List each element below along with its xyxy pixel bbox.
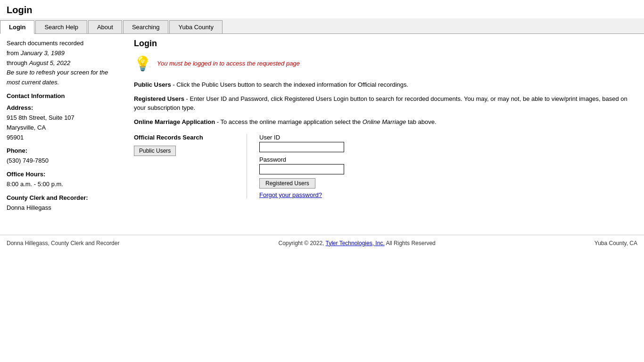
- online-marriage-desc-text2: tab above.: [406, 118, 436, 125]
- registered-users-desc-text: - Enter User ID and Password, click Regi…: [134, 95, 627, 112]
- login-form-area: Official Records Search Public Users Use…: [134, 134, 637, 198]
- address-line1: 915 8th Street, Suite 107: [7, 114, 74, 121]
- address-line2: Marysville, CA: [7, 124, 46, 131]
- footer-right: Yuba County, CA: [594, 240, 637, 247]
- public-section: Official Records Search Public Users: [134, 134, 247, 198]
- footer-center: Copyright © 2022, Tyler Technologies, In…: [279, 240, 436, 247]
- phone-number: (530) 749-7850: [7, 156, 121, 166]
- online-marriage-desc-text1: - To access the online marriage applicat…: [215, 118, 363, 125]
- date-end: August 5, 2022: [29, 59, 70, 66]
- date-start: January 3, 1989: [21, 49, 65, 57]
- footer: Donna Hillegass, County Clerk and Record…: [0, 235, 644, 251]
- forgot-password-link[interactable]: Forgot your password?: [259, 191, 322, 198]
- date-info-from-prefix: from: [7, 49, 21, 57]
- online-marriage-link: Online Marriage: [363, 118, 406, 125]
- address-label: Address:: [7, 104, 121, 111]
- date-info-line1: Search documents recorded: [7, 40, 83, 47]
- password-input[interactable]: [259, 164, 344, 174]
- date-info: Search documents recorded from January 3…: [7, 39, 121, 88]
- phone-label: Phone:: [7, 147, 121, 154]
- online-marriage-desc: Online Marriage Application - To access …: [134, 117, 637, 127]
- sidebar: Search documents recorded from January 3…: [0, 39, 127, 216]
- user-id-input[interactable]: [259, 142, 344, 152]
- lightbulb-icon: 💡: [134, 55, 151, 72]
- tab-search-help[interactable]: Search Help: [35, 20, 87, 33]
- county-clerk-label: County Clerk and Recorder:: [7, 194, 121, 201]
- public-users-desc-text: - Click the Public Users button to searc…: [171, 81, 408, 88]
- public-section-heading: Official Records Search: [134, 134, 237, 141]
- content-area: Login 💡 You must be logged in to access …: [127, 39, 644, 216]
- date-info-through-prefix: through: [7, 59, 29, 66]
- user-id-label: User ID: [259, 134, 344, 141]
- address-line3: 95901: [7, 134, 24, 141]
- footer-center-suffix: All Rights Reserved: [385, 240, 436, 247]
- office-hours-label: Office Hours:: [7, 171, 121, 178]
- date-info-refresh: Be sure to refresh your screen for the m…: [7, 69, 108, 86]
- registered-users-button[interactable]: Registered Users: [259, 178, 315, 189]
- main-layout: Search documents recorded from January 3…: [0, 34, 644, 216]
- office-hours: 8:00 a.m. - 5:00 p.m.: [7, 180, 121, 189]
- public-users-button[interactable]: Public Users: [134, 146, 176, 156]
- footer-center-prefix: Copyright © 2022,: [279, 240, 326, 247]
- tab-searching[interactable]: Searching: [123, 20, 169, 33]
- registered-users-desc: Registered Users - Enter User ID and Pas…: [134, 94, 637, 113]
- online-marriage-label: Online Marriage Application: [134, 118, 215, 125]
- tab-yuba-county[interactable]: Yuba County: [169, 20, 222, 33]
- address-content: 915 8th Street, Suite 107 Marysville, CA…: [7, 113, 121, 142]
- content-heading: Login: [134, 39, 637, 49]
- tab-about[interactable]: About: [88, 20, 122, 33]
- contact-header: Contact Information: [7, 92, 121, 99]
- nav-tabs: Login Search Help About Searching Yuba C…: [0, 18, 644, 34]
- public-users-label: Public Users: [134, 81, 171, 88]
- public-users-desc: Public Users - Click the Public Users bu…: [134, 80, 637, 90]
- registered-section: User ID Password Registered Users Forgot…: [247, 134, 344, 198]
- registered-users-label: Registered Users: [134, 95, 184, 102]
- tyler-technologies-link[interactable]: Tyler Technologies, Inc.: [326, 240, 385, 247]
- warning-box: 💡 You must be logged in to access the re…: [134, 55, 637, 72]
- tab-login[interactable]: Login: [0, 20, 34, 34]
- warning-message: You must be logged in to access the requ…: [157, 60, 300, 67]
- footer-left: Donna Hillegass, County Clerk and Record…: [7, 240, 119, 247]
- county-clerk-name: Donna Hillegass: [7, 203, 121, 213]
- password-label: Password: [259, 156, 344, 163]
- page-title: Login: [0, 0, 644, 18]
